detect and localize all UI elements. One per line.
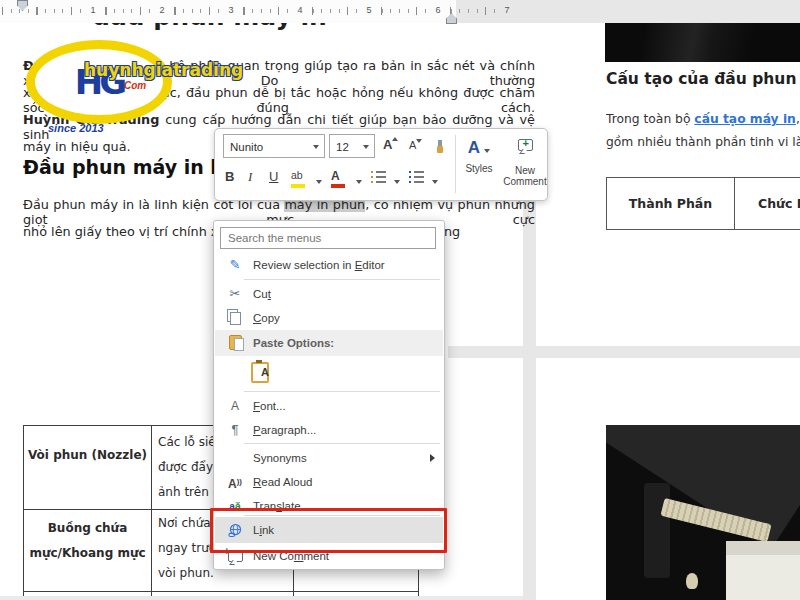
menu-item-paste-options[interactable]: Paste Options: — [215, 330, 443, 356]
clipboard-paste-icon — [224, 330, 246, 350]
underline-button[interactable]: U — [269, 169, 278, 184]
scissors-icon: ✂ — [224, 282, 246, 306]
bullet-list-dropdown[interactable] — [394, 172, 400, 187]
numbered-list-dropdown[interactable] — [432, 172, 438, 187]
ruler-number: 2 — [155, 4, 169, 16]
search-input[interactable] — [220, 227, 436, 249]
numbered-list-icon — [409, 171, 424, 183]
menu-separator — [244, 443, 440, 444]
styles-button[interactable]: A Styles — [457, 133, 501, 195]
ruler-number: 7 — [500, 4, 514, 16]
font-name-dropdown[interactable]: Nunito — [223, 134, 325, 158]
copy-pages-icon — [224, 306, 246, 325]
ruler-number: 3 — [224, 4, 238, 16]
read-aloud-icon: A)) — [224, 470, 246, 496]
table-cell-line: Các lỗ siê — [158, 435, 216, 449]
shrink-font-button[interactable]: A — [409, 139, 422, 151]
link-highlight-annotation — [210, 508, 447, 553]
menu-item-font[interactable]: A Font... — [215, 394, 443, 418]
new-comment-button[interactable]: + New Comment — [503, 133, 547, 195]
dropdown-arrow-icon — [313, 145, 319, 149]
photo-shape — [644, 483, 670, 578]
font-size-dropdown[interactable]: 12 — [329, 134, 375, 158]
table-border — [734, 178, 735, 229]
font-color-bar — [331, 184, 345, 188]
table-cell-line: Nơi chứa l — [158, 516, 218, 530]
printer-photo-bottom — [606, 425, 800, 600]
photo-shape — [686, 573, 698, 589]
font-color-button[interactable]: A — [331, 169, 340, 183]
bullet-list-icon — [371, 171, 386, 183]
hyperlink-cau-tao-may-in[interactable]: cấu tạo máy in — [694, 112, 796, 126]
menu-item-cut[interactable]: ✂ Cut — [215, 282, 443, 306]
highlight-dropdown[interactable] — [316, 172, 322, 187]
dropdown-arrow-icon — [363, 145, 369, 149]
format-painter-button[interactable] — [437, 141, 443, 156]
page-gap-vertical — [523, 201, 536, 600]
format-painter-icon — [437, 146, 443, 153]
logo-brand-suffix: Com — [124, 80, 146, 91]
chevron-down-icon — [356, 180, 362, 184]
chevron-down-icon — [432, 180, 438, 184]
table-header-cell: Chức Năng — [758, 196, 800, 211]
menu-item-read-aloud[interactable]: A)) Read Aloud — [215, 470, 443, 494]
ruler-number: 6 — [431, 4, 445, 16]
table-border — [151, 426, 152, 600]
table-cell-line: vòi phun. — [158, 566, 214, 580]
pilcrow-icon: ¶ — [224, 418, 246, 442]
photo-shape — [606, 425, 800, 550]
menu-item-review-selection-in-editor[interactable]: ✎ Review selection in Editor — [215, 253, 443, 277]
ruler-number: 4 — [293, 4, 307, 16]
submenu-arrow-icon — [430, 454, 435, 462]
font-letter-icon: A — [224, 394, 246, 418]
ruler-number: 5 — [362, 4, 376, 16]
font-color-dropdown[interactable] — [356, 172, 362, 187]
page2-paragraph-line: Trong toàn bộ cấu tạo máy in, đầu phun — [606, 112, 800, 132]
grow-font-button[interactable]: A — [383, 137, 398, 152]
table-cell: Vòi phun (Nozzle) — [24, 448, 151, 462]
logo-since-text: since 2013 — [48, 122, 104, 134]
menu-separator — [244, 391, 440, 392]
editor-pen-icon: ✎ — [224, 253, 246, 277]
numbered-list-button[interactable] — [409, 171, 424, 186]
chevron-down-icon — [394, 180, 400, 184]
table-cell-line: Buồng chứa — [24, 521, 151, 535]
huynhgiatrading-logo: HG huynhgiatrading Com since 2013 — [26, 38, 286, 140]
bottom-edge-strip — [0, 596, 523, 600]
menu-item-synonyms[interactable]: Synonyms — [215, 446, 443, 470]
new-comment-icon: + — [503, 139, 547, 165]
caret-up-icon — [392, 137, 398, 141]
photo-ink-cartridge — [726, 541, 800, 600]
menu-item-paragraph[interactable]: ¶ Paragraph... — [215, 418, 443, 442]
menu-item-copy[interactable]: Copy — [215, 306, 443, 330]
horizontal-ruler[interactable]: 1 2 3 4 5 6 7 — [0, 0, 800, 23]
paste-option-keep-text-only[interactable] — [215, 358, 443, 388]
menu-separator — [244, 279, 440, 280]
italic-button[interactable]: I — [248, 169, 252, 185]
bold-button[interactable]: B — [225, 169, 234, 184]
toolbar-divider — [455, 135, 456, 193]
highlight-color-button[interactable]: ab — [291, 169, 303, 181]
page2-table: Thành Phần Chức Năng — [606, 177, 800, 230]
table-cell-line: mực/Khoang mực — [24, 546, 151, 560]
table-border — [24, 591, 418, 592]
word-document-screen: đầu phun máy in 1 2 3 4 5 6 7 HG huynhgi… — [0, 0, 800, 600]
caret-down-icon — [416, 139, 422, 143]
chevron-down-icon — [316, 180, 322, 184]
chevron-down-icon — [484, 149, 490, 153]
page2-heading: Cấu tạo của đầu phun máy — [606, 70, 800, 92]
page-gap-horizontal — [448, 346, 800, 358]
page2-paragraph-line: gồm nhiều thành phần tinh vi làm việc ph — [606, 135, 800, 155]
paragraph-line-fragment: ng — [444, 224, 460, 239]
new-comment-label: New Comment — [503, 165, 547, 187]
bullet-list-button[interactable] — [371, 171, 386, 186]
keep-text-only-icon — [249, 358, 269, 383]
logo-oval: HG — [26, 40, 172, 124]
mini-formatting-toolbar: Nunito 12 A A A Styles + New Comment B I… — [214, 128, 548, 201]
table-header-cell: Thành Phần — [607, 196, 734, 211]
logo-brand-text: huynhgiatrading — [84, 60, 243, 80]
styles-gallery-icon: A — [457, 133, 501, 163]
ruler-number: 1 — [86, 4, 100, 16]
styles-label: Styles — [457, 163, 501, 174]
printer-photo-top — [605, 23, 800, 62]
